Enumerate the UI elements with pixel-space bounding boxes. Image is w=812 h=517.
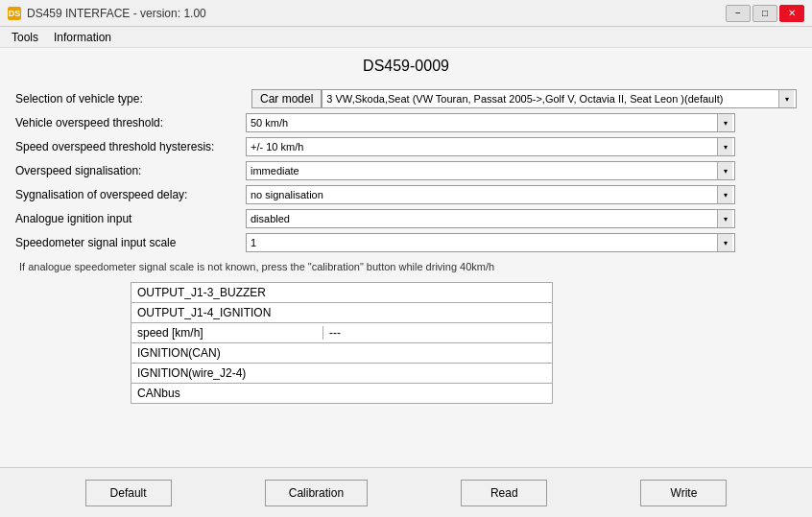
default-button[interactable]: Default <box>85 480 172 506</box>
form-select-6[interactable]: 1▾ <box>246 233 735 252</box>
form-row-3: Overspeed signalisation:immediate▾ <box>15 160 797 181</box>
signal-left-2: speed [km/h] <box>131 326 323 340</box>
window-controls: − □ ✕ <box>726 5 804 22</box>
form-select-value-1: 50 km/h <box>249 117 717 129</box>
window-title: DS459 INTERFACE - version: 1.00 <box>27 7 206 20</box>
form-select-5[interactable]: disabled▾ <box>246 209 735 228</box>
info-text: If analogue speedometer signal scale is … <box>19 261 797 272</box>
page-title: DS459-0009 <box>15 58 797 75</box>
form-select-4[interactable]: no signalisation▾ <box>246 185 735 204</box>
form-select-1[interactable]: 50 km/h▾ <box>246 113 735 132</box>
title-bar: DS DS459 INTERFACE - version: 1.00 − □ ✕ <box>0 0 812 27</box>
signal-right-2: --- <box>323 326 552 340</box>
signal-item-4: IGNITION(wire_J2-4) <box>131 363 553 384</box>
form-select-2[interactable]: +/- 10 km/h▾ <box>246 137 735 156</box>
close-button[interactable]: ✕ <box>779 5 804 22</box>
signal-item-0: OUTPUT_J1-3_BUZZER <box>131 282 553 303</box>
signal-item-5: CANbus <box>131 383 553 404</box>
signal-list: OUTPUT_J1-3_BUZZEROUTPUT_J1-4_IGNITIONsp… <box>131 282 553 404</box>
form-row-2: Speed overspeed threshold hysteresis:+/-… <box>15 136 797 157</box>
write-button[interactable]: Write <box>640 480 727 506</box>
signal-item-3: IGNITION(CAN) <box>131 342 553 364</box>
app-icon: DS <box>8 7 21 20</box>
form-label-0: Selection of vehicle type: <box>15 92 246 106</box>
form-row-5: Analogue ignition inputdisabled▾ <box>15 208 797 229</box>
form-label-2: Speed overspeed threshold hysteresis: <box>15 140 246 153</box>
menu-tools[interactable]: Tools <box>4 29 46 46</box>
form-select-value-3: immediate <box>249 165 717 176</box>
minimize-button[interactable]: − <box>726 5 751 22</box>
signal-label-4: IGNITION(wire_J2-4) <box>131 366 552 380</box>
menu-bar: Tools Information <box>0 27 812 48</box>
read-button[interactable]: Read <box>461 480 547 506</box>
form-row-4: Sygnalisation of overspeed delay:no sign… <box>15 184 797 205</box>
form-section: Selection of vehicle type:Car model3 VW,… <box>15 88 797 253</box>
form-row-6: Speedometer signal input scale1▾ <box>15 232 797 253</box>
menu-information[interactable]: Information <box>46 29 119 46</box>
car-model-button[interactable]: Car model <box>251 89 322 108</box>
form-label-3: Overspeed signalisation: <box>15 164 246 177</box>
dropdown-arrow-icon[interactable]: ▾ <box>717 162 732 179</box>
form-select-value-0: 3 VW,Skoda,Seat (VW Touran, Passat 2005-… <box>324 93 778 105</box>
form-select-3[interactable]: immediate▾ <box>246 161 735 180</box>
signal-item-1: OUTPUT_J1-4_IGNITION <box>131 302 553 323</box>
dropdown-arrow-icon[interactable]: ▾ <box>717 210 732 227</box>
form-select-value-4: no signalisation <box>249 189 717 200</box>
signal-label-0: OUTPUT_J1-3_BUZZER <box>131 286 552 299</box>
form-select-value-6: 1 <box>249 237 717 248</box>
form-select-value-2: +/- 10 km/h <box>249 141 717 153</box>
form-row-1: Vehicle overspeed threshold:50 km/h▾ <box>15 112 797 133</box>
dropdown-arrow-icon[interactable]: ▾ <box>778 90 794 107</box>
signal-item-2: speed [km/h]--- <box>131 322 553 343</box>
form-select-value-5: disabled <box>249 213 717 224</box>
form-label-5: Analogue ignition input <box>15 212 246 225</box>
form-label-1: Vehicle overspeed threshold: <box>15 116 246 129</box>
main-content: DS459-0009 Selection of vehicle type:Car… <box>0 48 812 467</box>
maximize-button[interactable]: □ <box>752 5 777 22</box>
signal-label-5: CANbus <box>131 387 552 400</box>
signal-label-3: IGNITION(CAN) <box>131 346 552 360</box>
dropdown-arrow-icon[interactable]: ▾ <box>717 138 732 155</box>
form-row-0: Selection of vehicle type:Car model3 VW,… <box>15 88 797 109</box>
dropdown-arrow-icon[interactable]: ▾ <box>717 234 732 251</box>
dropdown-arrow-icon[interactable]: ▾ <box>717 114 732 131</box>
dropdown-arrow-icon[interactable]: ▾ <box>717 186 732 203</box>
form-select-0[interactable]: 3 VW,Skoda,Seat (VW Touran, Passat 2005-… <box>322 89 797 108</box>
signal-label-1: OUTPUT_J1-4_IGNITION <box>131 306 552 319</box>
form-label-6: Speedometer signal input scale <box>15 236 246 249</box>
calibration-button[interactable]: Calibration <box>265 480 368 506</box>
form-label-4: Sygnalisation of overspeed delay: <box>15 188 246 201</box>
bottom-bar: Default Calibration Read Write <box>0 467 812 517</box>
